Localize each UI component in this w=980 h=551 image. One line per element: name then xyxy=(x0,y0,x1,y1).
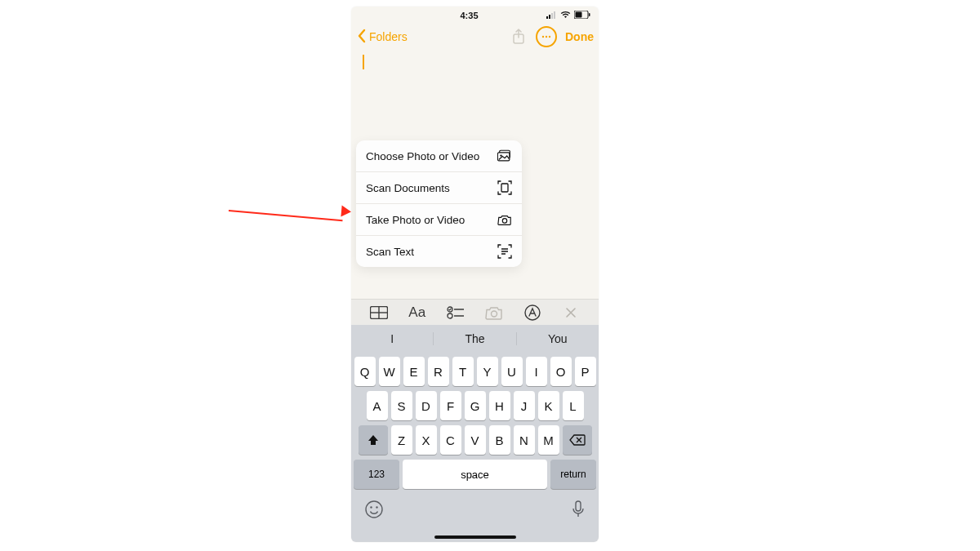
key-n[interactable]: N xyxy=(514,425,535,455)
text-format-button[interactable]: Aa xyxy=(405,303,430,322)
done-button[interactable]: Done xyxy=(565,30,594,43)
menu-scan-documents[interactable]: Scan Documents xyxy=(356,172,522,204)
svg-rect-3 xyxy=(554,11,555,19)
key-row-4: 123 space return xyxy=(354,460,596,489)
key-123[interactable]: 123 xyxy=(354,460,399,489)
svg-rect-2 xyxy=(551,13,553,19)
key-r[interactable]: R xyxy=(428,357,449,386)
menu-scan-text[interactable]: Scan Text xyxy=(356,236,522,267)
format-toolbar: Aa xyxy=(351,299,599,326)
status-time: 4:35 xyxy=(392,11,546,20)
dictation-button[interactable] xyxy=(572,500,585,522)
key-y[interactable]: Y xyxy=(477,357,498,386)
key-w[interactable]: W xyxy=(379,357,400,386)
status-bar: 4:35 xyxy=(351,7,599,23)
key-k[interactable]: K xyxy=(538,391,559,420)
home-indicator[interactable] xyxy=(434,535,516,539)
key-g[interactable]: G xyxy=(465,391,486,420)
key-shift[interactable] xyxy=(359,425,388,455)
key-v[interactable]: V xyxy=(465,425,486,455)
svg-rect-14 xyxy=(501,184,508,192)
key-space[interactable]: space xyxy=(403,460,547,489)
svg-point-24 xyxy=(448,313,452,318)
table-button[interactable] xyxy=(367,303,391,322)
menu-take-photo-video[interactable]: Take Photo or Video xyxy=(356,204,522,236)
status-indicators xyxy=(546,11,590,20)
key-d[interactable]: D xyxy=(416,391,437,420)
key-m[interactable]: M xyxy=(538,425,559,455)
svg-point-9 xyxy=(546,36,547,38)
svg-point-30 xyxy=(376,506,377,508)
svg-rect-5 xyxy=(576,12,582,18)
nav-bar: Folders Done xyxy=(351,23,599,51)
menu-label: Scan Documents xyxy=(366,182,450,194)
back-button[interactable]: Folders xyxy=(356,29,408,46)
key-return[interactable]: return xyxy=(550,460,596,489)
scan-text-icon xyxy=(497,244,512,259)
scan-document-icon xyxy=(497,180,512,195)
suggestion-bar: I The You xyxy=(351,325,599,353)
svg-rect-0 xyxy=(546,16,548,19)
key-c[interactable]: C xyxy=(440,425,461,455)
key-z[interactable]: Z xyxy=(391,425,412,455)
markup-button[interactable] xyxy=(520,303,545,322)
keyboard-bottom-row xyxy=(354,494,596,523)
insert-menu: Choose Photo or Video Scan Documents Tak… xyxy=(356,140,522,267)
photo-stack-icon xyxy=(497,149,512,163)
svg-point-10 xyxy=(549,36,550,38)
key-row-2: A S D F G H J K L xyxy=(354,391,596,420)
key-j[interactable]: J xyxy=(514,391,535,420)
svg-rect-31 xyxy=(576,501,581,511)
key-u[interactable]: U xyxy=(501,357,523,386)
svg-point-26 xyxy=(492,311,497,317)
svg-point-29 xyxy=(370,506,372,508)
key-b[interactable]: B xyxy=(489,425,510,455)
share-button[interactable] xyxy=(510,28,528,46)
svg-rect-1 xyxy=(549,15,550,19)
svg-rect-6 xyxy=(589,13,590,16)
key-i[interactable]: I xyxy=(526,357,547,386)
key-f[interactable]: F xyxy=(440,391,461,420)
camera-icon xyxy=(497,212,512,227)
key-backspace[interactable] xyxy=(563,425,592,455)
emoji-button[interactable] xyxy=(365,500,383,522)
key-x[interactable]: X xyxy=(416,425,437,455)
key-l[interactable]: L xyxy=(563,391,584,420)
phone-frame: 4:35 Folders Do xyxy=(351,7,599,542)
camera-toolbar-button[interactable] xyxy=(482,303,506,322)
close-toolbar-button[interactable] xyxy=(559,303,583,322)
menu-label: Take Photo or Video xyxy=(366,214,465,226)
keyboard: Q W E R T Y U I O P A S D F G H J K L Z xyxy=(351,353,599,542)
key-row-3: Z X C V B N M xyxy=(354,425,596,455)
more-button[interactable] xyxy=(536,26,557,47)
suggestion-3[interactable]: You xyxy=(517,332,599,345)
suggestion-1[interactable]: I xyxy=(351,332,434,345)
key-h[interactable]: H xyxy=(489,391,510,420)
wifi-icon xyxy=(560,11,571,20)
key-row-1: Q W E R T Y U I O P xyxy=(354,357,596,386)
key-s[interactable]: S xyxy=(391,391,412,420)
svg-point-15 xyxy=(502,218,506,222)
back-label: Folders xyxy=(369,30,408,43)
svg-point-28 xyxy=(366,501,382,518)
svg-point-8 xyxy=(542,36,544,38)
battery-icon xyxy=(574,11,590,20)
checklist-button[interactable] xyxy=(443,303,468,322)
svg-point-13 xyxy=(500,154,501,156)
key-o[interactable]: O xyxy=(550,357,572,386)
annotation-arrow xyxy=(229,196,351,220)
key-e[interactable]: E xyxy=(403,357,425,386)
menu-choose-photo-video[interactable]: Choose Photo or Video xyxy=(356,140,522,172)
chevron-left-icon xyxy=(356,29,368,46)
key-p[interactable]: P xyxy=(575,357,596,386)
cellular-icon xyxy=(546,11,557,20)
key-t[interactable]: T xyxy=(452,357,474,386)
suggestion-2[interactable]: The xyxy=(434,332,516,345)
text-cursor xyxy=(363,55,364,69)
menu-label: Choose Photo or Video xyxy=(366,150,479,162)
key-q[interactable]: Q xyxy=(354,357,376,386)
menu-label: Scan Text xyxy=(366,246,414,258)
key-a[interactable]: A xyxy=(367,391,388,420)
